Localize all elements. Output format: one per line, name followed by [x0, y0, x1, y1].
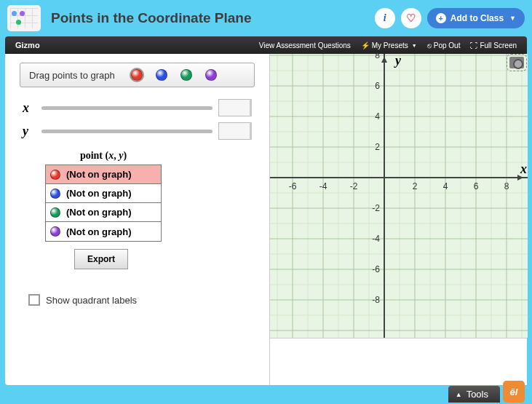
table-row[interactable]: (Not on graph) — [46, 222, 161, 241]
svg-text:-4: -4 — [372, 234, 380, 244]
svg-text:4: 4 — [375, 111, 380, 122]
view-assessment-link[interactable]: View Assessment Questions — [259, 41, 351, 49]
x-slider-row: x — [23, 99, 252, 116]
x-slider-label: x — [23, 100, 36, 116]
info-button[interactable]: i — [375, 8, 395, 28]
svg-text:8: 8 — [504, 181, 509, 191]
chevron-down-icon: ▼ — [412, 43, 417, 48]
table-row[interactable]: (Not on graph) — [46, 165, 161, 184]
table-row[interactable]: (Not on graph) — [46, 203, 161, 222]
brand-logo: ĕl — [503, 381, 525, 403]
checkbox-icon — [28, 294, 40, 306]
show-quadrants-checkbox[interactable]: Show quadrant labels — [28, 294, 269, 306]
x-slider[interactable] — [41, 106, 213, 110]
y-slider[interactable] — [41, 130, 213, 133]
full-screen-link[interactable]: ⛶Full Screen — [470, 41, 517, 49]
coordinate-plane[interactable]: y x -8-6-4-22468 8642-2-4-6-8 — [270, 54, 527, 385]
drag-points-bar: Drag points to graph — [20, 63, 255, 87]
y-slider-row: y — [23, 122, 252, 140]
y-value-input[interactable] — [218, 122, 252, 140]
svg-rect-0 — [270, 54, 528, 338]
workspace: Drag points to graph x y point (x, y) (N… — [5, 54, 527, 385]
table-row[interactable]: (Not on graph) — [46, 184, 161, 203]
svg-text:-2: -2 — [350, 181, 358, 191]
svg-text:6: 6 — [474, 181, 479, 191]
plus-icon: + — [436, 13, 446, 23]
svg-text:-6: -6 — [372, 264, 380, 274]
graph-panel: y x -8-6-4-22468 8642-2-4-6-8 — [269, 54, 527, 385]
svg-text:4: 4 — [443, 181, 448, 191]
controls-panel: Drag points to graph x y point (x, y) (N… — [5, 54, 269, 385]
svg-text:y: y — [394, 54, 402, 68]
svg-text:x: x — [520, 162, 527, 176]
bolt-icon: ⚡ — [361, 41, 370, 49]
pop-out-link[interactable]: ⎋Pop Out — [427, 41, 461, 49]
add-to-class-button[interactable]: + Add to Class ▼ — [427, 8, 525, 28]
points-table: point (x, y) (Not on graph) (Not on grap… — [45, 150, 162, 242]
svg-text:-4: -4 — [319, 181, 327, 191]
svg-text:6: 6 — [375, 81, 380, 91]
x-value-input[interactable] — [218, 99, 252, 116]
dot-red-icon — [50, 170, 60, 180]
tools-toggle[interactable]: ▲ Tools — [448, 386, 500, 403]
point-green[interactable] — [180, 69, 192, 81]
dot-blue-icon — [50, 189, 60, 199]
dot-purple-icon — [50, 226, 60, 237]
dot-green-icon — [50, 207, 60, 218]
favorite-button[interactable]: ♡ — [401, 8, 421, 28]
chevron-down-icon: ▼ — [509, 15, 516, 22]
fullscreen-icon: ⛶ — [470, 41, 477, 49]
y-slider-label: y — [23, 124, 36, 139]
my-presets-link[interactable]: ⚡My Presets▼ — [361, 41, 417, 49]
heart-icon: ♡ — [406, 12, 416, 25]
svg-text:-6: -6 — [289, 181, 297, 191]
export-button[interactable]: Export — [74, 249, 128, 269]
gizmo-toolbar: Gizmo View Assessment Questions ⚡My Pres… — [5, 36, 527, 54]
popout-icon: ⎋ — [427, 41, 432, 49]
point-red[interactable] — [131, 69, 143, 81]
svg-text:-8: -8 — [372, 295, 380, 305]
chevron-up-icon: ▲ — [456, 391, 462, 398]
point-blue[interactable] — [156, 69, 167, 81]
graph-footer — [270, 338, 527, 385]
gizmo-label: Gizmo — [15, 41, 249, 49]
svg-text:2: 2 — [413, 181, 418, 191]
point-purple[interactable] — [205, 69, 217, 81]
page-title: Points in the Coordinate Plane — [51, 10, 375, 26]
svg-text:8: 8 — [375, 54, 380, 60]
top-bar: Points in the Coordinate Plane i ♡ + Add… — [0, 0, 532, 36]
camera-icon[interactable] — [509, 57, 524, 68]
svg-text:2: 2 — [375, 142, 380, 152]
tools-tab: ▲ Tools ĕl — [448, 381, 525, 403]
svg-text:-2: -2 — [372, 203, 380, 213]
app-thumbnail-icon — [7, 5, 41, 31]
points-table-title: point (x, y) — [45, 150, 162, 162]
